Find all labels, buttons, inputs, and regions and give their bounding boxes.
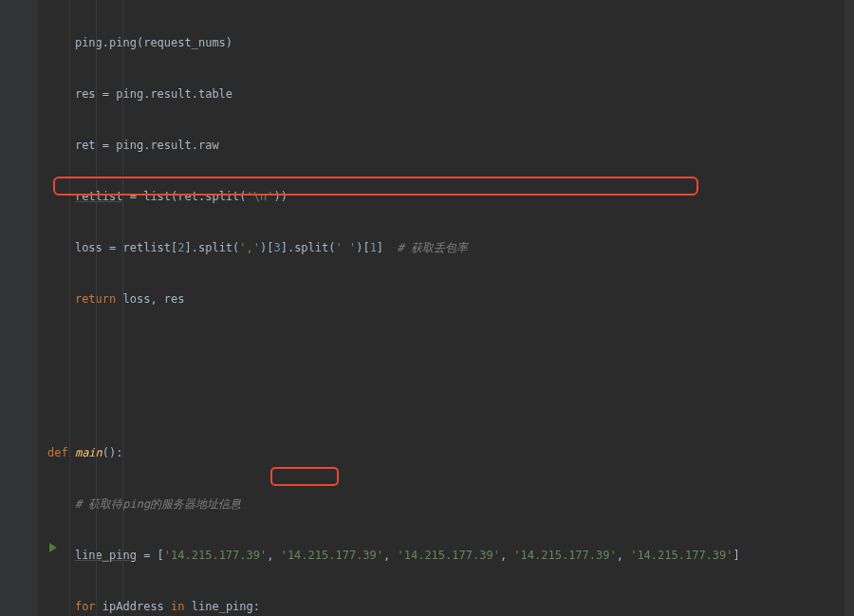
code-text: res = ping.result.table: [75, 87, 232, 101]
code-text: ping.ping(request_nums): [75, 36, 232, 49]
code-editor[interactable]: ▾ ▾ ▾ ▾ ▾ ▾ ▴ ping.ping(request_nums) re…: [0, 0, 854, 616]
function-main: main: [75, 446, 102, 459]
line-gutter: [0, 0, 38, 616]
code-text: retlist: [75, 190, 123, 203]
code-area[interactable]: ping.ping(request_nums) res = ping.resul…: [44, 0, 854, 616]
run-gutter-icon[interactable]: [49, 543, 57, 552]
vertical-scrollbar[interactable]: [845, 0, 854, 616]
fold-gutter: ▾ ▾ ▾ ▾ ▾ ▾ ▴: [38, 0, 44, 616]
